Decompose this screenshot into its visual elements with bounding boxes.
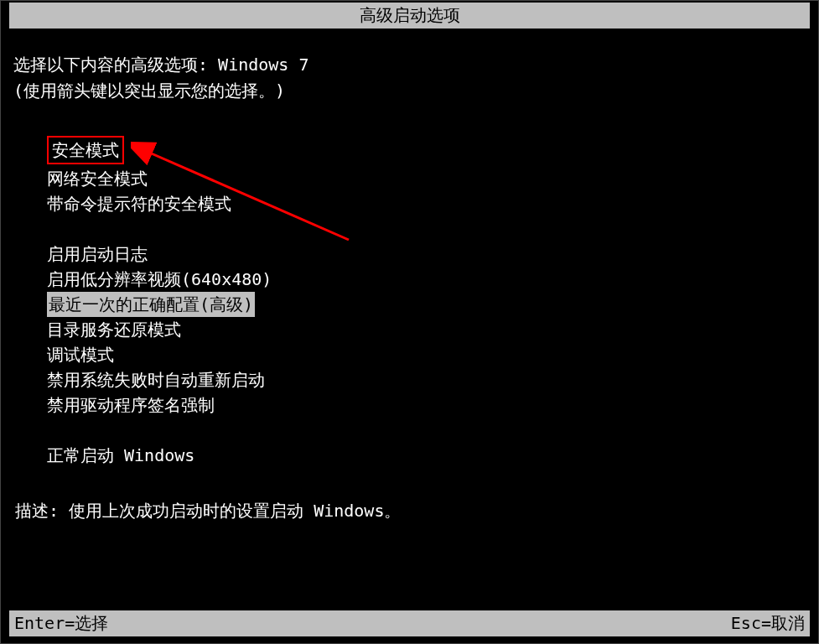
description-label: 描述: [15,501,69,521]
footer-esc-hint: Esc=取消 [731,612,805,635]
option-safe-mode-networking[interactable]: 网络安全模式 [47,166,806,191]
prompt-prefix: 选择以下内容的高级选项: [13,55,218,75]
option-ds-restore-mode[interactable]: 目录服务还原模式 [47,317,806,342]
option-safe-mode-command-prompt[interactable]: 带命令提示符的安全模式 [47,191,806,216]
boot-options-list: 安全模式 网络安全模式 带命令提示符的安全模式 启用启动日志 启用低分辨率视频(… [47,136,806,468]
option-disable-auto-restart[interactable]: 禁用系统失败时自动重新启动 [47,367,806,392]
option-low-res-video[interactable]: 启用低分辨率视频(640x480) [47,267,806,292]
description-line: 描述: 使用上次成功启动时的设置启动 Windows。 [13,500,806,522]
main-content: 选择以下内容的高级选项: Windows 7 (使用箭头键以突出显示您的选择。)… [1,29,818,522]
section-gap [47,216,806,242]
os-name: Windows 7 [218,55,308,75]
option-debug-mode[interactable]: 调试模式 [47,342,806,367]
prompt-line-2: (使用箭头键以突出显示您的选择。) [13,80,806,102]
option-boot-logging[interactable]: 启用启动日志 [47,242,806,267]
option-disable-driver-signature[interactable]: 禁用驱动程序签名强制 [47,392,806,418]
option-safe-mode[interactable]: 安全模式 [47,136,124,164]
description-text: 使用上次成功启动时的设置启动 Windows。 [69,501,401,521]
option-start-windows-normally[interactable]: 正常启动 Windows [47,443,806,468]
option-last-known-good[interactable]: 最近一次的正确配置(高级) [47,292,255,317]
title-text: 高级启动选项 [360,5,460,25]
footer-bar: Enter=选择 Esc=取消 [9,610,810,636]
prompt-line-1: 选择以下内容的高级选项: Windows 7 [13,54,806,76]
title-bar: 高级启动选项 [9,3,810,29]
section-gap [47,418,806,443]
footer-enter-hint: Enter=选择 [14,612,108,635]
